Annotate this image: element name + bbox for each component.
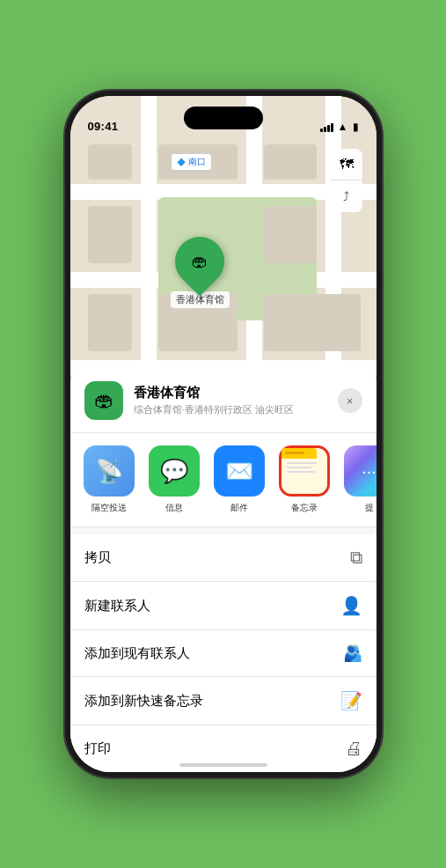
mail-emoji: ✉️ (225, 458, 253, 485)
venue-subtitle: 综合体育馆·香港特别行政区 油尖旺区 (134, 403, 327, 416)
venue-card: 🏟 香港体育馆 综合体育馆·香港特别行政区 油尖旺区 × (70, 369, 377, 433)
map-view-toggle-button[interactable]: 🗺 (331, 149, 362, 180)
map-block-1 (88, 144, 132, 180)
close-button[interactable]: × (338, 388, 362, 413)
more-icon: ··· (344, 445, 377, 497)
action-add-existing-contact[interactable]: 添加到现有联系人 🫂 (70, 630, 377, 677)
add-existing-label: 添加到现有联系人 (84, 645, 190, 662)
action-quick-note[interactable]: 添加到新快速备忘录 📝 (70, 677, 377, 725)
new-contact-icon: 👤 (340, 595, 362, 616)
venue-info: 香港体育馆 综合体育馆·香港特别行政区 油尖旺区 (134, 385, 327, 416)
share-item-mail[interactable]: ✉️ 邮件 (211, 445, 267, 514)
location-pin: 🏟 香港体育馆 (171, 237, 230, 308)
share-item-notes[interactable]: 备忘录 (276, 445, 333, 514)
action-list: 拷贝 ⧉ 新建联系人 👤 添加到现有联系人 🫂 添加到新快速备忘录 📝 打印 (70, 534, 377, 772)
print-label: 打印 (84, 740, 111, 757)
airdrop-emoji: 📡 (95, 458, 123, 485)
quick-note-icon: 📝 (340, 690, 362, 711)
status-time: 09:41 (88, 120, 119, 133)
share-row: 📡 隔空投送 💬 信息 ✉️ 邮件 (70, 433, 377, 527)
map-block-6 (88, 294, 132, 351)
map-block-4 (88, 206, 132, 263)
new-contact-label: 新建联系人 (84, 598, 150, 614)
dynamic-island (184, 107, 263, 129)
map-controls: 🗺 ⤴ (331, 149, 362, 212)
venue-emoji: 🏟 (94, 389, 113, 412)
message-label: 信息 (165, 502, 183, 514)
message-emoji: 💬 (160, 458, 188, 485)
airdrop-icon: 📡 (84, 445, 135, 497)
location-button[interactable]: ⤴ (331, 180, 362, 212)
location-arrow-icon: ⤴ (343, 189, 349, 203)
map-south-entrance-label: 🔷 南口 (171, 153, 212, 171)
notes-label: 备忘录 (291, 502, 318, 514)
mail-label: 邮件 (230, 502, 248, 514)
map-block-3 (264, 144, 317, 180)
quick-note-label: 添加到新快速备忘录 (84, 693, 203, 710)
battery-icon: ▮ (353, 121, 359, 133)
print-icon: 🖨 (345, 739, 362, 759)
map-block-8 (264, 294, 361, 351)
signal-icon (320, 122, 333, 132)
pin-circle: 🏟 (165, 226, 234, 296)
action-new-contact[interactable]: 新建联系人 👤 (70, 582, 377, 630)
add-existing-icon: 🫂 (343, 644, 362, 663)
map-tag-icon: 🔷 (177, 158, 186, 166)
map-icon: 🗺 (340, 157, 354, 173)
phone-frame: 09:41 ▲ ▮ (65, 91, 382, 777)
phone-screen: 09:41 ▲ ▮ (70, 96, 377, 772)
share-item-airdrop[interactable]: 📡 隔空投送 (81, 445, 137, 514)
action-copy[interactable]: 拷贝 ⧉ (70, 534, 377, 582)
stadium-icon: 🏟 (192, 253, 208, 271)
copy-icon: ⧉ (350, 548, 362, 568)
venue-name: 香港体育馆 (134, 385, 327, 401)
close-icon: × (347, 394, 354, 408)
share-item-more[interactable]: ··· 提 (341, 445, 377, 514)
pin-inner: 🏟 (182, 244, 217, 279)
map-block-5 (264, 206, 317, 263)
notes-icon (279, 445, 330, 497)
map-tag-text: 南口 (188, 156, 206, 168)
airdrop-label: 隔空投送 (91, 502, 127, 514)
venue-icon: 🏟 (84, 381, 123, 420)
more-emoji: ··· (362, 461, 376, 482)
wifi-icon: ▲ (338, 121, 348, 133)
home-indicator (179, 763, 267, 767)
mail-icon: ✉️ (214, 445, 265, 497)
more-label: 提 (365, 502, 374, 514)
share-item-message[interactable]: 💬 信息 (146, 445, 202, 514)
copy-label: 拷贝 (84, 549, 111, 566)
status-icons: ▲ ▮ (320, 121, 359, 133)
bottom-sheet: 🏟 香港体育馆 综合体育馆·香港特别行政区 油尖旺区 × 📡 隔空投送 (70, 369, 377, 772)
message-icon: 💬 (149, 445, 200, 497)
